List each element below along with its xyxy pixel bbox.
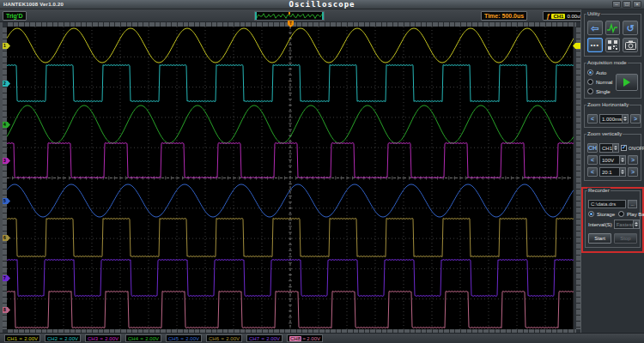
- minimize-button[interactable]: –: [612, 1, 621, 8]
- radio-icon: [587, 88, 593, 94]
- recorder-label: Recorder: [587, 188, 611, 193]
- channel-status-ch2[interactable]: CH2≈2.00V: [45, 334, 81, 342]
- record-start-button[interactable]: Start: [588, 233, 611, 244]
- channel-onoff-checkbox[interactable]: [621, 145, 627, 151]
- channel-status-bar: CH1≈2.00V CH2≈2.00V CH3≈2.00V CH4≈2.00V …: [0, 333, 644, 343]
- spinner-icon[interactable]: [619, 156, 625, 164]
- waveform-display[interactable]: [7, 27, 574, 329]
- play-icon: [623, 78, 630, 87]
- coupling-icon: ≈: [100, 336, 103, 341]
- timebase-increase-button[interactable]: >: [630, 114, 641, 123]
- spinner-icon[interactable]: [622, 115, 628, 123]
- browse-button[interactable]: ...: [628, 200, 637, 208]
- probe-increase-button[interactable]: >: [628, 167, 638, 177]
- back-button[interactable]: ⇦: [587, 21, 603, 35]
- coupling-icon: ≈: [141, 336, 143, 341]
- channel-status-ch4[interactable]: CH4≈2.00V: [125, 334, 161, 342]
- back-arrow-icon: ⇦: [591, 24, 598, 33]
- qr-grid-icon: [608, 40, 617, 50]
- recorder-panel: Recorder ... Storage Play Back Interval(…: [585, 190, 641, 248]
- zoom-vertical-label: Zoom vertically: [586, 131, 623, 136]
- acquisition-single-radio[interactable]: Single: [587, 88, 612, 94]
- onoff-label: ON/OFF: [629, 146, 644, 151]
- radio-icon: [588, 211, 594, 217]
- acquisition-label: Acquisition mode: [586, 60, 628, 65]
- interval-select[interactable]: Fastest: [614, 220, 641, 229]
- trigger-status-badge: Trig'D: [3, 11, 27, 21]
- channel-status-ch3[interactable]: CH3≈2.00V: [85, 334, 121, 342]
- undo-arrow-icon: ↺: [627, 24, 635, 33]
- acquisition-auto-radio[interactable]: Auto: [587, 69, 612, 75]
- radio-icon: [587, 69, 593, 75]
- window-title: Oscilloscope: [0, 0, 644, 9]
- channel-status-ch6[interactable]: CH6≈2.00V: [206, 334, 242, 342]
- buffer-preview[interactable]: [254, 11, 325, 21]
- channel-select[interactable]: CH1: [599, 143, 619, 153]
- coupling-icon: ≈: [262, 336, 264, 341]
- spinner-icon[interactable]: [612, 144, 618, 152]
- run-button[interactable]: [616, 74, 638, 91]
- record-file-input[interactable]: [588, 200, 626, 208]
- coupling-icon: ≈: [181, 336, 184, 341]
- volts-increase-button[interactable]: >: [628, 155, 638, 165]
- timebase-decrease-button[interactable]: <: [587, 114, 598, 123]
- volts-select[interactable]: 100V: [599, 155, 626, 165]
- main-area: Trig'D Time: 500.0us ƒ CH1 0.00uV 124356…: [0, 9, 580, 333]
- spinner-icon[interactable]: [619, 168, 625, 176]
- timebase-select[interactable]: 1.000ms: [599, 114, 629, 123]
- more-options-button[interactable]: •••: [587, 38, 603, 52]
- channel-status-ch7[interactable]: CH7≈2.00V: [246, 334, 283, 342]
- zoom-horizontal-panel: Zoom Horizontally < 1.000ms >: [584, 105, 641, 128]
- channel-button[interactable]: CH: [587, 143, 598, 153]
- close-button[interactable]: ×: [633, 1, 641, 8]
- zoom-vertical-panel: Zoom vertically CH CH1 ON/OFF < 100V > <…: [584, 134, 641, 181]
- camera-icon: [625, 40, 636, 50]
- probe-decrease-button[interactable]: <: [587, 167, 598, 177]
- coupling-icon: ≈: [303, 336, 306, 341]
- acquisition-panel: Acquisition mode Auto Normal Single: [584, 63, 641, 99]
- volts-decrease-button[interactable]: <: [587, 155, 598, 165]
- utility-label: Utility: [586, 11, 601, 16]
- acquisition-normal-radio[interactable]: Normal: [587, 79, 612, 85]
- waveform-button[interactable]: [605, 21, 621, 35]
- playback-radio[interactable]: Play Back: [618, 211, 644, 217]
- snapshot-button[interactable]: [623, 38, 638, 52]
- storage-radio[interactable]: Storage: [588, 211, 615, 217]
- timebase-readout: Time: 500.0us: [481, 11, 527, 21]
- probe-ratio-select[interactable]: 20:1: [599, 167, 626, 177]
- radio-icon: [618, 211, 624, 217]
- maximize-button[interactable]: □: [623, 1, 631, 8]
- pulse-icon: [607, 23, 617, 33]
- channel-status-ch1[interactable]: CH1≈2.00V: [4, 334, 40, 342]
- scope-area: 12435678T: [0, 22, 580, 333]
- grid-display-button[interactable]: [605, 38, 621, 52]
- channel-status-ch5[interactable]: CH5≈2.00V: [166, 334, 202, 342]
- interval-label: Interval(S): [588, 222, 612, 227]
- trigger-slope-icon: ƒ: [546, 12, 550, 20]
- toolbar: Trig'D Time: 500.0us ƒ CH1 0.00uV: [0, 9, 580, 22]
- coupling-icon: ≈: [60, 336, 63, 341]
- zoom-horizontal-label: Zoom Horizontally: [586, 102, 629, 107]
- trigger-source-tag: CH1: [551, 14, 565, 19]
- title-bar: HANTEK1008 Ver1.0.20 Oscilloscope – □ ×: [0, 0, 644, 9]
- spinner-icon: [633, 220, 639, 228]
- recorder-highlight: Recorder ... Storage Play Back Interval(…: [581, 187, 644, 253]
- coupling-icon: ≈: [20, 336, 22, 341]
- trigger-level-marker[interactable]: [573, 43, 580, 49]
- radio-icon: [587, 79, 593, 85]
- utility-panel: Utility ⇦ ↺ •••: [584, 14, 641, 57]
- record-stop-button[interactable]: Stop: [614, 233, 637, 244]
- channel-status-ch8[interactable]: CH8≈2.00V: [287, 334, 323, 342]
- ellipsis-icon: •••: [591, 42, 599, 48]
- reset-button[interactable]: ↺: [623, 21, 638, 35]
- control-sidebar: Utility ⇦ ↺ ••• Acquisition mode Auto: [580, 9, 644, 333]
- coupling-icon: ≈: [222, 336, 224, 341]
